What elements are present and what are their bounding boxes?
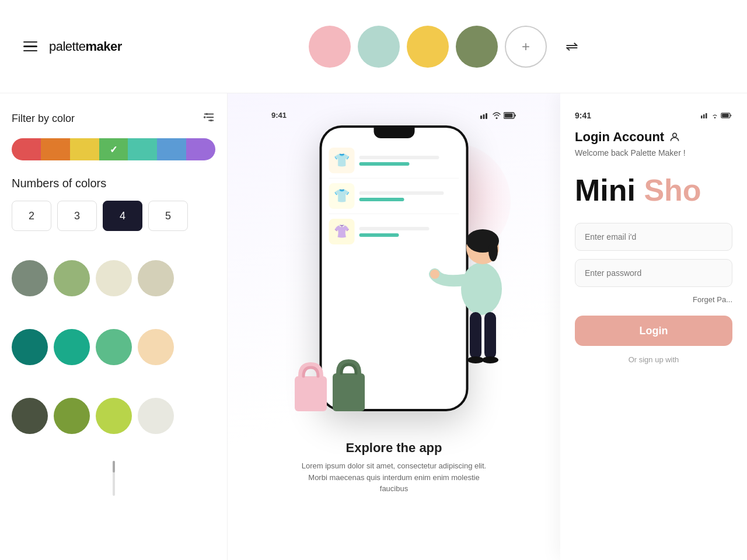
item-line-1b xyxy=(359,162,410,166)
login-time: 9:41 xyxy=(575,111,591,120)
palette-preview: + ⇌ xyxy=(163,26,724,68)
color-filter-purple[interactable] xyxy=(186,138,215,160)
logo-area: palettemaker xyxy=(23,39,140,54)
palette-group-3[interactable] xyxy=(12,392,215,440)
num-btn-3[interactable]: 3 xyxy=(57,201,97,231)
palette-color-yellow[interactable] xyxy=(407,26,449,68)
swatch-2-1[interactable] xyxy=(12,329,48,365)
forget-password-text[interactable]: Forget Pa... xyxy=(575,295,732,304)
palette-color-pink[interactable] xyxy=(309,26,351,68)
svg-rect-17 xyxy=(484,312,496,359)
wifi-icon xyxy=(493,112,501,119)
battery-icon xyxy=(504,112,516,119)
phone-item-icon-3: 👚 xyxy=(329,219,355,244)
swatch-3-4[interactable] xyxy=(138,398,174,434)
or-signup-text: Or sign up with xyxy=(575,355,732,364)
color-filter-green[interactable]: ✓ xyxy=(99,138,128,160)
swatch-2-2[interactable] xyxy=(54,329,90,365)
swatch-2-3[interactable] xyxy=(96,329,132,365)
swatch-1-4[interactable] xyxy=(138,260,174,296)
shuffle-button[interactable]: ⇌ xyxy=(566,37,578,55)
num-btn-4[interactable]: 4 xyxy=(103,201,142,231)
explore-title: Explore the app xyxy=(301,440,487,456)
login-battery-icon xyxy=(721,113,732,118)
main-content: Filter by color ✓ Numbe xyxy=(0,93,747,560)
preview-status-icons xyxy=(480,111,516,120)
explore-description: Lorem ipsum dolor sit amet, consectetur … xyxy=(301,460,487,495)
color-filter-blue[interactable] xyxy=(157,138,186,160)
swatch-3-1[interactable] xyxy=(12,398,48,434)
color-filter-orange[interactable] xyxy=(41,138,70,160)
svg-point-18 xyxy=(467,356,484,363)
preview-time: 9:41 xyxy=(271,111,287,120)
add-color-button[interactable]: + xyxy=(505,26,547,68)
app-label-section: Explore the app Lorem ipsum dolor sit am… xyxy=(301,429,487,501)
palette-group-2[interactable] xyxy=(12,323,215,371)
svg-rect-7 xyxy=(483,114,485,119)
svg-point-4 xyxy=(206,113,208,116)
shopping-bags xyxy=(292,347,368,423)
svg-point-15 xyxy=(430,270,439,279)
svg-rect-20 xyxy=(295,376,327,411)
color-filter-yellow[interactable] xyxy=(70,138,99,160)
item-line-2b xyxy=(359,198,404,201)
color-filter-teal[interactable] xyxy=(128,138,157,160)
num-btn-5[interactable]: 5 xyxy=(148,201,188,231)
menu-icon[interactable] xyxy=(23,41,37,52)
svg-rect-8 xyxy=(486,113,487,119)
app-logo: palettemaker xyxy=(49,39,122,54)
color-filter-bar[interactable]: ✓ xyxy=(12,138,215,160)
swatch-3-2[interactable] xyxy=(54,398,90,434)
color-filter-red[interactable] xyxy=(12,138,41,160)
email-input[interactable] xyxy=(575,223,732,251)
svg-point-19 xyxy=(482,356,498,363)
signal-icon xyxy=(480,112,490,119)
swatch-2-4[interactable] xyxy=(138,329,174,365)
app-header: palettemaker + ⇌ xyxy=(0,0,747,93)
palette-group-1[interactable] xyxy=(12,254,215,302)
svg-rect-16 xyxy=(470,312,481,359)
svg-rect-23 xyxy=(703,114,705,118)
phone-notch xyxy=(374,128,414,138)
phone-item-icon-2: 👕 xyxy=(329,183,355,209)
swatch-1-2[interactable] xyxy=(54,260,90,296)
phone-mockup: 👕 👕 xyxy=(260,125,528,429)
svg-rect-24 xyxy=(706,113,707,118)
palette-color-mint[interactable] xyxy=(358,26,400,68)
login-wifi-icon xyxy=(711,113,718,118)
password-input[interactable] xyxy=(575,259,732,287)
number-selector: 2 3 4 5 xyxy=(12,201,215,231)
svg-point-27 xyxy=(673,133,677,137)
filter-title: Filter by color xyxy=(12,113,75,125)
phone-item-lines-1 xyxy=(359,156,459,166)
num-btn-2[interactable]: 2 xyxy=(12,201,51,231)
app-preview-panel: 9:41 xyxy=(228,93,560,560)
svg-rect-22 xyxy=(701,116,703,118)
svg-rect-10 xyxy=(505,113,513,117)
swatch-1-1[interactable] xyxy=(12,260,48,296)
item-line-1a xyxy=(359,156,439,159)
svg-point-14 xyxy=(488,240,498,261)
svg-rect-6 xyxy=(480,116,482,119)
svg-point-5 xyxy=(210,120,212,122)
swatch-3-3[interactable] xyxy=(96,398,132,434)
svg-rect-21 xyxy=(333,373,365,411)
svg-rect-26 xyxy=(722,114,729,117)
main-area: 9:41 xyxy=(228,93,747,560)
login-status-icons xyxy=(701,111,732,120)
filter-header: Filter by color xyxy=(12,111,215,127)
login-status-bar: 9:41 xyxy=(575,111,732,120)
swatch-1-3[interactable] xyxy=(96,260,132,296)
svg-point-11 xyxy=(461,262,502,315)
login-button[interactable]: Login xyxy=(575,316,732,346)
svg-point-3 xyxy=(204,116,206,118)
login-panel: 9:41 Login Account Welcome back Palette … xyxy=(560,93,747,560)
filter-settings-icon[interactable] xyxy=(203,111,215,127)
person-illustration xyxy=(417,172,522,417)
user-icon xyxy=(669,131,680,143)
palette-color-olive[interactable] xyxy=(456,26,498,68)
phone-item-icon-1: 👕 xyxy=(329,148,355,173)
sidebar: Filter by color ✓ Numbe xyxy=(0,93,228,560)
item-line-3b xyxy=(359,233,399,237)
numbers-label: Numbers of colors xyxy=(12,177,215,190)
